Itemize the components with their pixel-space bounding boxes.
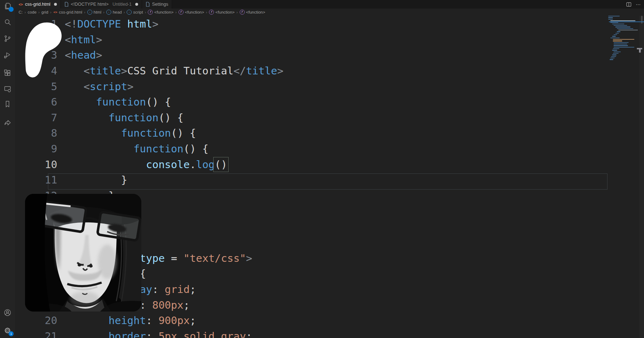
code-line[interactable]: 7 function() {	[15, 110, 283, 126]
live-share-icon[interactable]	[3, 119, 12, 127]
modified-dot-icon[interactable]	[54, 3, 57, 6]
code-line[interactable]: 5 <script>	[15, 79, 283, 95]
code-line[interactable]: 11 }	[15, 172, 283, 188]
white-blob-overlay	[23, 21, 65, 80]
scrollbar-thumb[interactable]	[641, 16, 643, 24]
breadcrumb-separator: ›	[206, 10, 207, 14]
breadcrumb-separator: ›	[124, 10, 125, 14]
line-number[interactable]: 8	[15, 126, 60, 141]
breadcrumb-function-3[interactable]: f<function>	[209, 10, 235, 15]
more-actions-icon[interactable]: ⋯	[636, 3, 641, 6]
line-number[interactable]: 11	[15, 172, 60, 188]
tab-untitled[interactable]: <!DOCTYPE html> Untitled-1	[61, 0, 142, 9]
run-debug-icon[interactable]	[3, 51, 12, 59]
code-line[interactable]: 9 function() {	[15, 141, 283, 157]
settings-gear-icon[interactable]: 1	[3, 326, 12, 335]
minimap-row	[610, 38, 620, 38]
modified-dot-icon[interactable]	[135, 3, 138, 6]
breadcrumb-function-1[interactable]: f<function>	[148, 10, 174, 15]
minimap-row	[618, 30, 638, 30]
minimap[interactable]	[608, 16, 640, 94]
tab-sublabel: Untitled-1	[112, 2, 132, 7]
breadcrumb-separator: ›	[84, 10, 86, 14]
symbol-element-icon: ◦	[106, 10, 111, 15]
line-number[interactable]: 6	[15, 94, 60, 110]
breadcrumb: C:› code› grid› <>css-grid.html› ◦html› …	[15, 9, 644, 16]
minimap-row	[617, 31, 620, 32]
minimap-row	[613, 40, 622, 41]
breadcrumb-separator: ›	[25, 10, 26, 14]
minimap-row	[612, 54, 616, 55]
line-number[interactable]: 10	[15, 157, 60, 173]
search-icon[interactable]	[3, 18, 12, 26]
bookmarks-icon[interactable]	[3, 100, 12, 108]
explorer-badge	[9, 7, 14, 12]
line-number[interactable]: 9	[15, 141, 60, 157]
minimap-row	[615, 26, 630, 27]
presenter-portrait	[25, 194, 141, 312]
breadcrumb-code[interactable]: code	[28, 10, 36, 14]
breadcrumb-grid[interactable]: grid	[42, 10, 48, 14]
explorer-icon[interactable]	[3, 2, 12, 10]
minimap-row	[610, 58, 615, 58]
breadcrumb-separator: ›	[103, 10, 104, 14]
minimap-row	[617, 28, 633, 29]
symbol-function-icon: f	[179, 10, 184, 15]
line-number[interactable]: 20	[15, 313, 60, 329]
breadcrumb-head[interactable]: ◦head	[106, 10, 122, 15]
live-preview-icon[interactable]	[3, 85, 12, 93]
tab-label: <!DOCTYPE html>	[71, 2, 109, 7]
file-icon	[64, 2, 69, 7]
code-line[interactable]: 20 height: 900px;	[15, 313, 283, 329]
line-number[interactable]: 7	[15, 110, 60, 126]
breadcrumb-separator: ›	[236, 10, 238, 14]
minimap-row	[615, 33, 619, 34]
code-line[interactable]: 10 console.log()	[15, 157, 283, 173]
breadcrumb-function-2[interactable]: f<function>	[179, 10, 204, 15]
breadcrumb-drive[interactable]: C:	[19, 10, 23, 14]
editor-actions: ⋯	[626, 0, 641, 9]
webcam-overlay	[25, 194, 141, 312]
minimap-row	[613, 39, 634, 40]
tab-settings[interactable]: Settings	[142, 0, 172, 9]
minimap-row	[614, 52, 621, 52]
html-file-icon: <>	[53, 10, 58, 14]
breadcrumb-function-4[interactable]: f<function>	[240, 10, 265, 15]
minimap-row	[614, 44, 627, 44]
breadcrumb-separator: ›	[50, 10, 52, 14]
source-control-icon[interactable]	[3, 34, 12, 43]
minimap-row	[610, 59, 613, 60]
account-icon[interactable]	[3, 308, 12, 317]
activity-bar: 1	[0, 0, 15, 338]
minimap-row	[614, 45, 628, 46]
tab-label: Settings	[152, 2, 168, 7]
tab-label: css-grid.html	[25, 2, 50, 7]
symbol-element-icon: ◦	[127, 10, 132, 15]
code-line[interactable]: 21 border: 5px solid gray;	[15, 329, 283, 338]
tab-css-grid[interactable]: <> css-grid.html	[15, 0, 61, 9]
breadcrumb-script[interactable]: ◦script	[127, 10, 143, 15]
settings-badge: 1	[9, 331, 14, 336]
line-number[interactable]: 21	[15, 329, 60, 338]
breadcrumb-file[interactable]: <>css-grid.html	[53, 10, 82, 14]
minimap-row	[614, 42, 629, 43]
extensions-icon[interactable]	[3, 69, 12, 77]
minimap-row	[612, 50, 617, 50]
symbol-function-icon: f	[209, 10, 214, 15]
breadcrumb-html[interactable]: ◦html	[87, 10, 102, 15]
split-editor-icon[interactable]	[626, 2, 631, 7]
html-file-icon: <>	[19, 3, 23, 6]
symbol-function-icon: f	[240, 10, 245, 15]
minimap-row	[608, 19, 613, 20]
breadcrumb-separator: ›	[175, 10, 177, 14]
minimap-row	[614, 34, 617, 35]
line-number[interactable]: 5	[15, 79, 60, 95]
scrollbar[interactable]	[639, 16, 644, 338]
breadcrumb-separator: ›	[38, 10, 40, 14]
minimap-current-line	[609, 21, 644, 22]
minimap-row	[614, 25, 627, 26]
code-line[interactable]: 8 function() {	[15, 126, 283, 141]
code-line[interactable]: 6 function() {	[15, 94, 283, 110]
symbol-function-icon: f	[148, 10, 153, 15]
minimap-row	[612, 36, 616, 36]
